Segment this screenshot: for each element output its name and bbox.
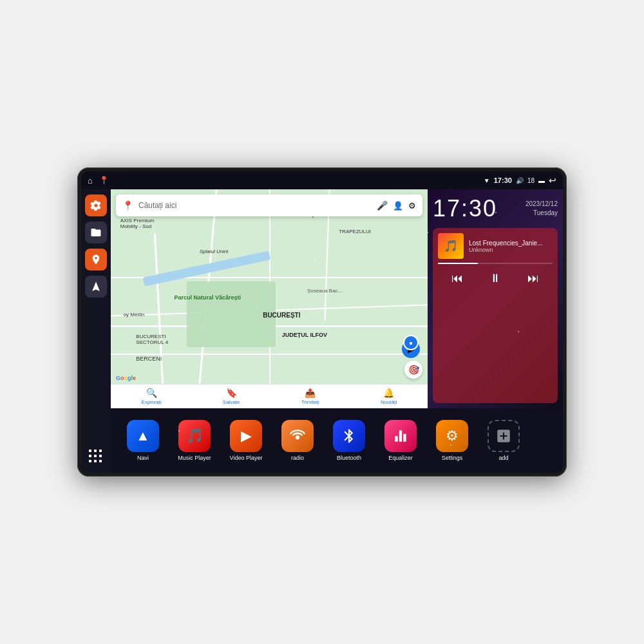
- music-details: Lost Frequencies_Janie... Unknown: [469, 240, 553, 253]
- radio-wave-icon: [289, 428, 306, 444]
- saved-icon: 🔖: [226, 388, 237, 398]
- status-bar: ⌂ 📍 ▼ 17:30 🔊 18 ▬ ↩: [81, 171, 563, 189]
- google-maps-icon: 📍: [122, 200, 133, 211]
- more-icon[interactable]: ⚙: [408, 201, 416, 211]
- search-actions: 🎤 👤 ⚙: [377, 200, 416, 211]
- add-icon: [488, 420, 520, 452]
- map-tab-saved[interactable]: 🔖 Salvate: [223, 388, 240, 405]
- video-player-icon: ▶: [230, 420, 262, 452]
- music-info: 🎵 Lost Frequencies_Janie... Unknown: [438, 233, 553, 259]
- app-add[interactable]: add: [479, 420, 528, 461]
- music-player-icon: 🎵: [178, 420, 211, 452]
- battery-level: 18: [527, 177, 535, 184]
- location-status-icon: 📍: [99, 176, 109, 185]
- app-music-player[interactable]: 🎵 Music Player: [170, 420, 219, 461]
- navi-label: Navi: [137, 455, 149, 461]
- map-tab-news[interactable]: 🔔 Noutăți: [381, 388, 397, 405]
- send-icon: 📤: [305, 388, 316, 398]
- wifi-icon: ▼: [484, 177, 490, 184]
- map-tab-send[interactable]: 📤 Trimiteți: [301, 388, 319, 405]
- account-icon[interactable]: 👤: [393, 201, 403, 211]
- prev-button[interactable]: ⏮: [447, 268, 468, 289]
- music-title: Lost Frequencies_Janie...: [469, 240, 553, 247]
- sidebar-item-maps[interactable]: [85, 249, 107, 270]
- navi-icon: ▲: [127, 420, 159, 452]
- explore-label: Explorați: [142, 399, 162, 405]
- album-art: 🎵: [438, 233, 464, 259]
- google-logo: Google: [116, 375, 136, 381]
- status-right: ▼ 17:30 🔊 18 ▬ ↩: [484, 175, 556, 185]
- news-icon: 🔔: [383, 388, 394, 398]
- settings-label: Settings: [442, 455, 463, 461]
- add-plus-icon: [495, 428, 512, 444]
- equalizer-label: Equalizer: [388, 455, 413, 461]
- pause-button[interactable]: ⏸: [485, 268, 506, 289]
- radio-label: radio: [291, 455, 304, 461]
- volume-icon: 🔊: [516, 177, 524, 184]
- map-tab-explore[interactable]: 🔍 Explorați: [142, 388, 162, 405]
- grid-dots-icon: [89, 450, 103, 464]
- sidebar-item-settings[interactable]: [85, 194, 107, 216]
- sidebar-item-navigation[interactable]: [85, 276, 107, 298]
- navigation-icon: [90, 281, 102, 292]
- files-icon: [90, 227, 102, 238]
- app-settings[interactable]: ⚙ Settings: [428, 420, 477, 461]
- right-panel: 17:30 2023/12/12 Tuesday 🎵: [428, 189, 563, 408]
- clock-date: 2023/12/12 Tuesday: [526, 200, 558, 218]
- sidebar: [81, 189, 111, 473]
- equalizer-bars-icon: [392, 428, 409, 444]
- map-search-bar[interactable]: 📍 Căutați aici 🎤 👤 ⚙: [116, 194, 422, 216]
- app-video-player[interactable]: ▶ Video Player: [222, 420, 270, 461]
- add-label: add: [498, 455, 508, 461]
- battery-icon: ▬: [538, 177, 545, 184]
- bluetooth-symbol-icon: [341, 428, 357, 444]
- radio-icon: [281, 420, 314, 452]
- music-progress-bar[interactable]: [438, 263, 553, 264]
- equalizer-icon: [384, 420, 417, 452]
- top-section: AXIS PremiumMobility - Sud Pizza & Baker…: [111, 189, 563, 408]
- explore-icon: 🔍: [146, 388, 157, 398]
- bluetooth-label: Bluetooth: [337, 455, 361, 461]
- current-location-marker: ●: [403, 335, 419, 350]
- map-tabs: 🔍 Explorați 🔖 Salvate 📤 Trimiteți: [111, 384, 428, 408]
- sidebar-item-all-apps[interactable]: [85, 446, 107, 468]
- gear-icon: [90, 200, 102, 211]
- next-button[interactable]: ⏭: [523, 268, 544, 289]
- clock-widget: 17:30 2023/12/12 Tuesday: [433, 194, 558, 223]
- home-icon[interactable]: ⌂: [88, 176, 93, 185]
- map-area[interactable]: AXIS PremiumMobility - Sud Pizza & Baker…: [111, 189, 428, 408]
- app-grid: ▲ Navi 🎵 Music Player ▶: [111, 408, 563, 473]
- main-content: AXIS PremiumMobility - Sud Pizza & Baker…: [81, 189, 563, 473]
- device-frame: ⌂ 📍 ▼ 17:30 🔊 18 ▬ ↩: [77, 167, 567, 477]
- status-time: 17:30: [494, 176, 512, 184]
- settings-icon: ⚙: [436, 420, 468, 452]
- status-left: ⌂ 📍: [88, 176, 480, 185]
- date-value: 2023/12/12: [526, 200, 558, 209]
- music-artist: Unknown: [469, 247, 553, 253]
- app-navi[interactable]: ▲ Navi: [118, 420, 167, 461]
- center-area: AXIS PremiumMobility - Sud Pizza & Baker…: [111, 189, 563, 473]
- clock-time: 17:30: [433, 197, 497, 220]
- music-widget: 🎵 Lost Frequencies_Janie... Unknown: [433, 228, 558, 403]
- app-equalizer[interactable]: Equalizer: [376, 420, 425, 461]
- news-label: Noutăți: [381, 399, 397, 405]
- back-icon[interactable]: ↩: [549, 175, 556, 185]
- send-label: Trimiteți: [301, 399, 319, 405]
- device-screen: ⌂ 📍 ▼ 17:30 🔊 18 ▬ ↩: [81, 171, 563, 473]
- day-value: Tuesday: [526, 209, 558, 218]
- music-player-label: Music Player: [178, 455, 211, 461]
- sidebar-item-files[interactable]: [85, 222, 107, 243]
- mic-icon[interactable]: 🎤: [377, 200, 388, 211]
- bluetooth-icon: [333, 420, 365, 452]
- search-placeholder: Căutați aici: [138, 201, 372, 210]
- app-bluetooth[interactable]: Bluetooth: [325, 420, 374, 461]
- music-controls: ⏮ ⏸ ⏭: [438, 268, 553, 289]
- map-pin-icon: [90, 254, 102, 265]
- saved-label: Salvate: [223, 399, 240, 405]
- music-progress-fill: [438, 263, 478, 264]
- map-background: AXIS PremiumMobility - Sud Pizza & Baker…: [111, 189, 428, 408]
- app-radio[interactable]: radio: [273, 420, 322, 461]
- location-button[interactable]: 🎯: [404, 361, 422, 379]
- video-player-label: Video Player: [230, 455, 263, 461]
